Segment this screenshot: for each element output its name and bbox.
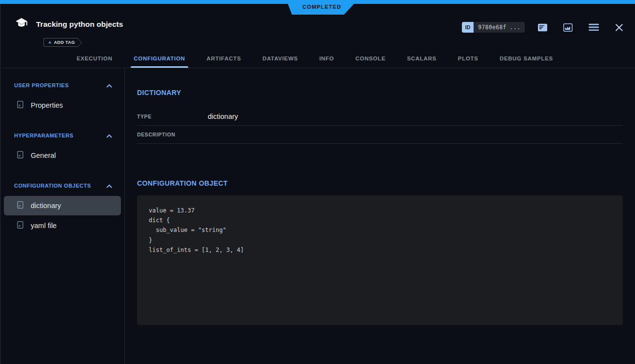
tab-console[interactable]: CONSOLE: [353, 49, 389, 68]
section-label: CONFIGURATION OBJECTS: [14, 183, 91, 189]
experiment-tabs: EXECUTION CONFIGURATION ARTIFACTS DATAVI…: [0, 49, 635, 68]
add-tag-label: ADD TAG: [54, 40, 75, 45]
tab-debug-samples[interactable]: DEBUG SAMPLES: [496, 49, 556, 68]
tab-dataviews[interactable]: DATAVIEWS: [259, 49, 301, 68]
experiment-id-badge[interactable]: ID 9780e68f ...: [462, 22, 525, 33]
tab-artifacts[interactable]: ARTIFACTS: [203, 49, 244, 68]
configuration-object-title: CONFIGURATION OBJECT: [137, 179, 623, 187]
sidebar-item-general[interactable]: General: [4, 146, 121, 165]
section-configuration-objects: CONFIGURATION OBJECTS dictionary: [0, 181, 124, 235]
sidebar-item-label: Properties: [31, 101, 63, 109]
add-tag-button[interactable]: + ADD TAG: [43, 38, 78, 47]
status-ribbon-label: COMPLETED: [302, 4, 341, 11]
object-name-title: DICTIONARY: [137, 89, 623, 96]
section-label: HYPERPARAMETERS: [14, 133, 74, 138]
field-value: dictionary: [208, 113, 238, 120]
tab-scalars[interactable]: SCALARS: [404, 49, 439, 68]
configuration-detail-panel: DICTIONARY TYPE dictionary DESCRIPTION C…: [125, 68, 635, 364]
document-icon: [16, 221, 24, 230]
document-icon: [16, 100, 24, 110]
field-row-type: TYPE dictionary: [137, 108, 623, 126]
section-header-hyperparameters[interactable]: HYPERPARAMETERS: [0, 131, 124, 140]
tab-info[interactable]: INFO: [317, 49, 337, 68]
chevron-up-icon: [106, 181, 112, 190]
object-fields: TYPE dictionary DESCRIPTION: [137, 108, 623, 144]
configuration-sidebar: USER PROPERTIES Properties: [0, 68, 125, 364]
chevron-up-icon: [106, 131, 112, 140]
id-label: ID: [462, 22, 474, 33]
field-label: DESCRIPTION: [137, 132, 208, 137]
tab-execution[interactable]: EXECUTION: [74, 49, 115, 68]
section-user-properties: USER PROPERTIES Properties: [0, 81, 124, 115]
section-header-configuration-objects[interactable]: CONFIGURATION OBJECTS: [0, 181, 124, 190]
field-row-description: DESCRIPTION: [137, 126, 623, 144]
field-label: TYPE: [137, 114, 208, 119]
sidebar-item-label: dictionary: [31, 202, 61, 210]
section-header-user-properties[interactable]: USER PROPERTIES: [0, 81, 124, 90]
document-icon: [16, 201, 24, 211]
tab-configuration[interactable]: CONFIGURATION: [131, 49, 188, 68]
details-icon[interactable]: [537, 22, 548, 33]
plus-icon: +: [48, 40, 51, 45]
sidebar-item-properties[interactable]: Properties: [4, 96, 121, 115]
experiment-type-icon: [14, 16, 29, 33]
section-label: USER PROPERTIES: [14, 82, 69, 88]
configuration-object-code: value = 13.37 dict { sub_value = "string…: [149, 206, 611, 255]
tab-plots[interactable]: PLOTS: [455, 49, 481, 68]
menu-icon[interactable]: [588, 22, 600, 32]
sidebar-item-dictionary[interactable]: dictionary: [4, 196, 121, 215]
document-icon: [16, 151, 24, 160]
configuration-object-viewer[interactable]: value = 13.37 dict { sub_value = "string…: [137, 195, 623, 325]
debug-image-icon[interactable]: [562, 22, 574, 33]
sidebar-item-yaml-file[interactable]: yaml file: [4, 216, 121, 235]
experiment-title: Tracking python objects: [36, 20, 123, 29]
close-icon[interactable]: [614, 22, 624, 33]
id-value: 9780e68f ...: [474, 22, 525, 33]
chevron-up-icon: [106, 81, 112, 90]
section-hyperparameters: HYPERPARAMETERS General: [0, 131, 124, 165]
experiment-detail-window: COMPLETED Tracking python objects +: [0, 0, 635, 364]
sidebar-item-label: General: [31, 152, 56, 159]
sidebar-item-label: yaml file: [31, 222, 57, 230]
